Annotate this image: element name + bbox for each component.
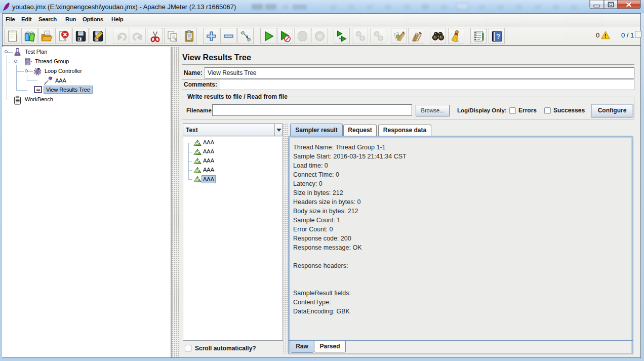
svg-text:?: ? xyxy=(496,32,500,41)
